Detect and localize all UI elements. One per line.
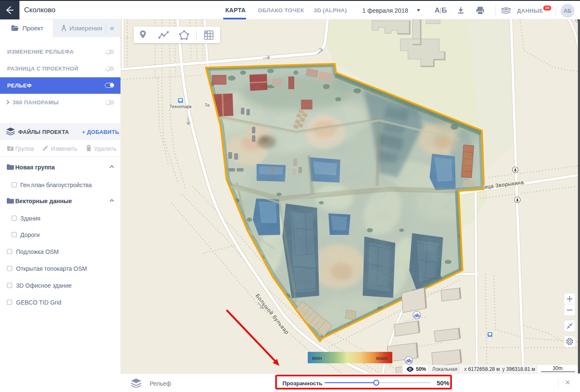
svg-text:50%: 50% — [416, 366, 426, 372]
svg-text:Технопарк: Технопарк — [170, 104, 192, 109]
svg-text:y 396318.81 м: y 396318.81 м — [502, 366, 535, 372]
svg-text:мин: мин — [312, 355, 322, 361]
svg-text:Локальная: Локальная — [432, 366, 457, 372]
svg-text:Те: Те — [205, 103, 210, 108]
svg-text:макс: макс — [376, 355, 388, 361]
svg-text:x 6172658.28 м: x 6172658.28 м — [464, 366, 500, 372]
svg-text:30m: 30m — [553, 365, 562, 371]
